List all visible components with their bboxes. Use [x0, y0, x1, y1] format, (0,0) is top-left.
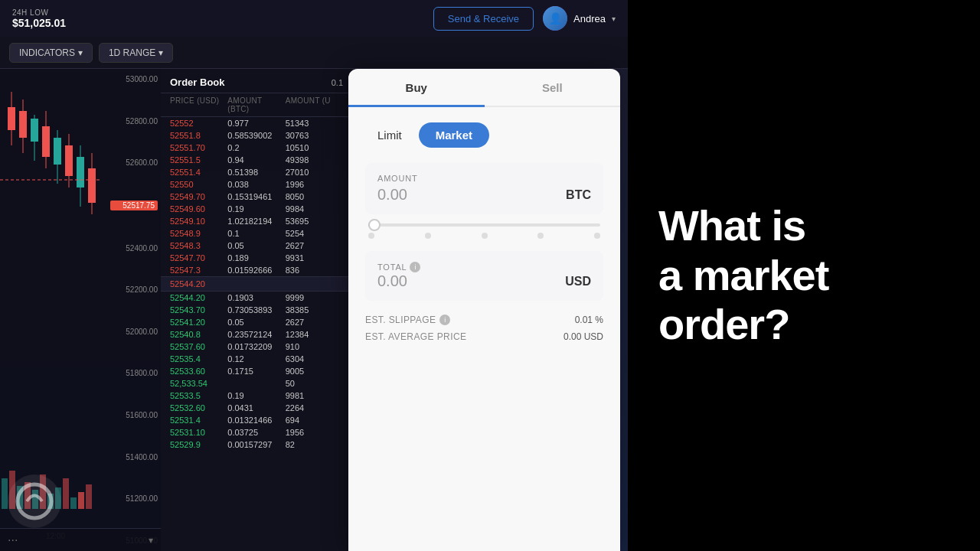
chevron-down-icon: ▾ [158, 47, 163, 58]
order-row[interactable]: 52547.30.01592666836 [161, 264, 352, 276]
svg-point-29 [18, 484, 51, 518]
order-row[interactable]: 525520.97751343 [161, 117, 352, 129]
order-book-columns: PRICE (USD) AMOUNT (BTC) AMOUNT (U [161, 93, 352, 117]
total-info-icon[interactable]: i [410, 262, 420, 272]
total-label-row: TOTAL i [377, 262, 591, 272]
market-button[interactable]: Market [419, 122, 489, 148]
chevron-down-icon[interactable]: ▾ [149, 535, 153, 546]
svg-rect-28 [86, 484, 92, 509]
order-row[interactable]: 52541.200.052627 [161, 316, 352, 328]
modal-body: Limit Market AMOUNT BTC [348, 107, 620, 364]
order-row[interactable]: 52549.101.0218219453695 [161, 215, 352, 227]
order-row[interactable]: 525500.0381996 [161, 178, 352, 191]
order-type-row: Limit Market [365, 122, 603, 148]
order-row[interactable]: 52549.700.153194618050 [161, 191, 352, 203]
slider-track[interactable] [368, 223, 600, 227]
order-row[interactable]: 52531.40.01321466694 [161, 414, 352, 426]
avatar: 👤 [543, 6, 567, 31]
order-row[interactable]: 52532.600.04312264 [161, 402, 352, 414]
order-row[interactable]: 52547.700.1899931 [161, 252, 352, 264]
total-value: 0.00 [377, 272, 565, 290]
trading-panel: 24H LOW $51,025.01 Send & Receive 👤 Andr… [0, 0, 628, 551]
order-row[interactable]: 52551.50.9449398 [161, 154, 352, 166]
amount-input-section: AMOUNT BTC [365, 163, 603, 214]
chart-toolbar: INDICATORS ▾ 1D RANGE ▾ [0, 37, 628, 69]
price-label: 51200.00 [110, 494, 158, 503]
slippage-info-icon[interactable]: i [439, 315, 450, 325]
svg-rect-27 [78, 492, 84, 509]
svg-rect-7 [42, 126, 50, 157]
order-row[interactable]: 52551.80.5853900230763 [161, 129, 352, 142]
current-price-badge: 52517.75 [110, 201, 158, 210]
user-menu[interactable]: 👤 Andrea ▾ [543, 6, 616, 31]
est-slippage-label: EST. SLIPPAGE i [365, 315, 450, 325]
indicators-button[interactable]: INDICATORS ▾ [9, 43, 93, 63]
modal-tabs: Buy Sell [348, 69, 620, 107]
order-row[interactable]: 52548.90.15254 [161, 227, 352, 240]
order-row[interactable]: 52533.50.199981 [161, 390, 352, 402]
price-labels: 53000.00 52800.00 52600.00 52517.75 5240… [107, 69, 161, 551]
amount-slider-section[interactable] [365, 223, 603, 239]
tab-sell[interactable]: Sell [485, 69, 621, 107]
order-book-title: Order Book [170, 77, 225, 88]
slider-dot [537, 233, 544, 239]
send-receive-button[interactable]: Send & Receive [433, 7, 534, 31]
amount-label: AMOUNT [377, 174, 591, 183]
amount-input[interactable] [377, 186, 566, 204]
svg-rect-26 [70, 497, 77, 509]
sell-orders: 525520.97751343 52551.80.5853900230763 5… [161, 117, 352, 451]
est-slippage-value: 0.01 % [575, 315, 603, 325]
total-label: TOTAL [377, 262, 407, 272]
order-book: Order Book 0.1 PRICE (USD) AMOUNT (BTC) … [161, 69, 352, 551]
order-row[interactable]: 52537.600.01732209910 [161, 341, 352, 353]
low-label: 24H LOW [12, 8, 66, 17]
chevron-down-icon: ▾ [78, 47, 83, 58]
price-label: 52400.00 [110, 244, 158, 253]
order-row[interactable]: 52548.30.052627 [161, 240, 352, 252]
order-book-header: Order Book 0.1 [161, 69, 352, 93]
svg-rect-11 [65, 145, 73, 176]
order-row[interactable]: 52551.700.210510 [161, 142, 352, 154]
price-label: 52200.00 [110, 285, 158, 294]
tab-buy[interactable]: Buy [348, 69, 485, 107]
est-avg-price-value: 0.00 USD [564, 331, 603, 342]
range-label: 1D RANGE [109, 47, 155, 58]
order-row[interactable]: 52549.600.199984 [161, 203, 352, 215]
range-button[interactable]: 1D RANGE ▾ [99, 43, 173, 63]
svg-rect-17 [2, 478, 8, 509]
price-label: 51600.00 [110, 411, 158, 419]
svg-rect-9 [54, 138, 61, 165]
order-row[interactable]: 52540.80.2357212412384 [161, 328, 352, 341]
order-row[interactable]: 52531.100.037251956 [161, 426, 352, 439]
price-label: 53000.00 [110, 75, 158, 83]
more-options-icon[interactable]: ··· [8, 533, 18, 547]
right-panel: What is a market order? [628, 0, 980, 551]
limit-option[interactable]: Limit [365, 122, 414, 148]
top-right-actions: Send & Receive 👤 Andrea ▾ [433, 6, 616, 31]
amount-value-row: BTC [377, 186, 591, 204]
order-row[interactable]: 52544.200.19039999 [161, 292, 352, 304]
svg-rect-13 [77, 157, 84, 187]
slider-dot [425, 233, 431, 239]
low-value: $51,025.01 [12, 17, 66, 29]
total-currency: USD [565, 275, 591, 289]
slider-thumb[interactable] [368, 219, 381, 231]
user-name: Andrea [573, 13, 606, 24]
svg-rect-25 [63, 478, 69, 509]
slider-dot [594, 233, 600, 239]
total-value-row: 0.00 USD [377, 272, 591, 290]
order-row[interactable]: 52529.90.0015729782 [161, 439, 352, 451]
price-label: 51800.00 [110, 369, 158, 377]
order-row[interactable]: 52543.700.7305389338385 [161, 304, 352, 316]
col-amount-btc-header: AMOUNT (BTC) [227, 96, 285, 113]
chart-area: 53000.00 52800.00 52600.00 52517.75 5240… [0, 69, 161, 551]
total-section: TOTAL i 0.00 USD [365, 251, 603, 301]
order-row[interactable]: 52535.40.126304 [161, 353, 352, 365]
est-slippage-row: EST. SLIPPAGE i 0.01 % [365, 315, 603, 325]
chevron-down-icon: ▾ [612, 15, 616, 23]
indicators-label: INDICATORS [19, 47, 75, 58]
order-row[interactable]: 52551.40.5139827010 [161, 166, 352, 178]
current-price-row: 52544.20 [161, 276, 352, 292]
order-row[interactable]: 52,533.5450 [161, 377, 352, 390]
order-row[interactable]: 52533.600.17159005 [161, 365, 352, 377]
